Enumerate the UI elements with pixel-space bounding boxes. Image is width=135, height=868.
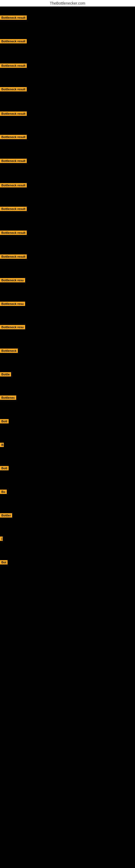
bottleneck-label-15[interactable]: Bottleneck: [0, 348, 18, 353]
bottleneck-item-2: Bottleneck result: [0, 39, 27, 44]
bottleneck-label-24[interactable]: Bot: [0, 560, 8, 564]
bottleneck-item-21: Bo: [0, 490, 7, 495]
bottleneck-label-14[interactable]: Bottleneck resu: [0, 325, 25, 329]
bottleneck-item-16: Bottle: [0, 372, 11, 378]
bottleneck-item-1: Bottleneck result: [0, 16, 27, 21]
bottleneck-item-12: Bottleneck resu: [0, 278, 25, 283]
bottleneck-label-17[interactable]: Bottlenec: [0, 396, 16, 400]
bottleneck-item-10: Bottleneck result: [0, 230, 27, 236]
bottleneck-label-23[interactable]: |: [0, 536, 3, 541]
bottleneck-label-11[interactable]: Bottleneck result: [0, 254, 27, 259]
bottleneck-label-10[interactable]: Bottleneck result: [0, 230, 27, 235]
site-title: TheBottlenecker.com: [0, 0, 135, 6]
bottleneck-label-3[interactable]: Bottleneck result: [0, 63, 27, 68]
bottleneck-label-18[interactable]: Bott: [0, 419, 9, 424]
bottleneck-label-1[interactable]: Bottleneck result: [0, 16, 27, 20]
bottleneck-item-7: Bottleneck result: [0, 159, 27, 164]
bottleneck-item-13: Bottleneck resu: [0, 302, 25, 307]
bottleneck-label-19[interactable]: B: [0, 443, 4, 447]
bottleneck-item-9: Bottleneck result: [0, 207, 27, 212]
bottleneck-label-12[interactable]: Bottleneck resu: [0, 278, 25, 282]
bottleneck-label-8[interactable]: Bottleneck result: [0, 183, 27, 187]
bottleneck-label-9[interactable]: Bottleneck result: [0, 207, 27, 211]
bottleneck-item-17: Bottlenec: [0, 396, 16, 401]
bottleneck-label-6[interactable]: Bottleneck result: [0, 135, 27, 139]
bottleneck-item-20: Bott: [0, 466, 9, 471]
bottleneck-item-18: Bott: [0, 419, 9, 425]
bottleneck-item-14: Bottleneck resu: [0, 325, 25, 330]
bottleneck-item-4: Bottleneck result: [0, 87, 27, 93]
bottleneck-label-4[interactable]: Bottleneck result: [0, 87, 27, 91]
bottleneck-item-11: Bottleneck result: [0, 254, 27, 260]
bottleneck-label-7[interactable]: Bottleneck result: [0, 159, 27, 163]
bottleneck-label-16[interactable]: Bottle: [0, 372, 11, 376]
bottleneck-label-13[interactable]: Bottleneck resu: [0, 302, 25, 306]
bottleneck-item-8: Bottleneck result: [0, 183, 27, 188]
bottleneck-item-22: Bottler: [0, 513, 12, 519]
bottleneck-label-20[interactable]: Bott: [0, 466, 9, 470]
bottleneck-item-15: Bottleneck: [0, 348, 18, 354]
bottleneck-item-5: Bottleneck result: [0, 112, 27, 117]
bottleneck-label-21[interactable]: Bo: [0, 490, 7, 494]
bottleneck-label-22[interactable]: Bottler: [0, 513, 12, 518]
bottleneck-label-2[interactable]: Bottleneck result: [0, 39, 27, 43]
bottleneck-item-3: Bottleneck result: [0, 63, 27, 69]
bottleneck-item-19: B: [0, 443, 4, 448]
bottleneck-item-6: Bottleneck result: [0, 135, 27, 140]
bottleneck-label-5[interactable]: Bottleneck result: [0, 112, 27, 116]
bottleneck-item-23: |: [0, 536, 3, 542]
bottleneck-item-24: Bot: [0, 560, 8, 565]
